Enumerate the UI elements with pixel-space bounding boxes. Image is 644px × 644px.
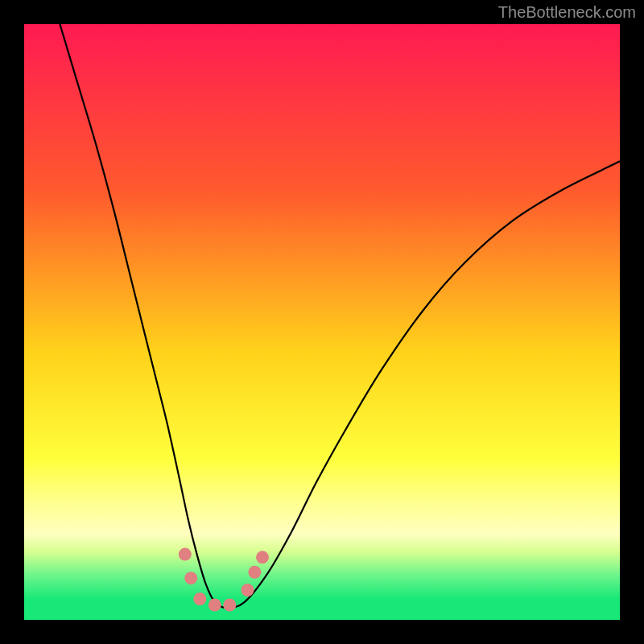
highlight-marker xyxy=(208,599,221,612)
highlight-marker xyxy=(248,566,261,579)
chart-background xyxy=(24,24,620,620)
highlight-marker xyxy=(242,584,254,597)
highlight-marker xyxy=(256,551,269,564)
chart-svg xyxy=(24,24,620,620)
highlight-marker xyxy=(193,592,206,605)
watermark-text: TheBottleneck.com xyxy=(498,3,636,22)
highlight-marker xyxy=(223,599,236,612)
highlight-marker xyxy=(179,548,192,561)
chart-plot-area xyxy=(24,24,620,620)
highlight-marker xyxy=(184,572,197,584)
